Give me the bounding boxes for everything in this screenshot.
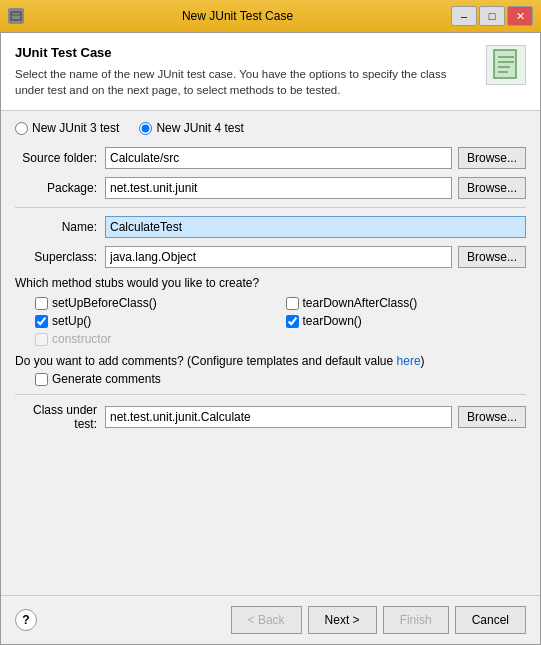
title-bar: New JUnit Test Case – □ ✕ bbox=[0, 0, 541, 32]
cancel-button[interactable]: Cancel bbox=[455, 606, 526, 634]
title-bar-controls: – □ ✕ bbox=[451, 6, 533, 26]
package-browse-button[interactable]: Browse... bbox=[458, 177, 526, 199]
checkbox-tearDown-label: tearDown() bbox=[303, 314, 362, 328]
class-under-test-label: Class under test: bbox=[15, 403, 105, 431]
checkbox-tearDown[interactable]: tearDown() bbox=[286, 314, 527, 328]
checkbox-constructor-input bbox=[35, 333, 48, 346]
separator-1 bbox=[15, 207, 526, 208]
dialog-header: JUnit Test Case Select the name of the n… bbox=[1, 33, 540, 111]
next-button[interactable]: Next > bbox=[308, 606, 377, 634]
comments-label-text: Do you want to add comments? (Configure … bbox=[15, 354, 397, 368]
finish-button[interactable]: Finish bbox=[383, 606, 449, 634]
footer-right: < Back Next > Finish Cancel bbox=[231, 606, 526, 634]
checkbox-tearDownAfterClass[interactable]: tearDownAfterClass() bbox=[286, 296, 527, 310]
package-label: Package: bbox=[15, 181, 105, 195]
checkbox-tearDownAfterClass-input[interactable] bbox=[286, 297, 299, 310]
comments-link[interactable]: here bbox=[397, 354, 421, 368]
checkbox-constructor-label: constructor bbox=[52, 332, 111, 346]
checkbox-setUp-input[interactable] bbox=[35, 315, 48, 328]
superclass-input[interactable] bbox=[105, 246, 452, 268]
title-bar-title: New JUnit Test Case bbox=[24, 9, 451, 23]
dialog-header-icon bbox=[486, 45, 526, 85]
checkbox-setUpBeforeClass-input[interactable] bbox=[35, 297, 48, 310]
name-row: Name: bbox=[15, 216, 526, 238]
class-under-test-input[interactable] bbox=[105, 406, 452, 428]
package-row: Package: Browse... bbox=[15, 177, 526, 199]
help-button[interactable]: ? bbox=[15, 609, 37, 631]
checkbox-tearDownAfterClass-label: tearDownAfterClass() bbox=[303, 296, 418, 310]
radio-row: New JUnit 3 test New JUnit 4 test bbox=[15, 121, 526, 135]
method-stubs-grid: setUpBeforeClass() tearDownAfterClass() … bbox=[35, 296, 526, 346]
svg-rect-0 bbox=[11, 12, 21, 20]
dialog-footer: ? < Back Next > Finish Cancel bbox=[1, 595, 540, 644]
dialog: JUnit Test Case Select the name of the n… bbox=[0, 32, 541, 645]
back-button[interactable]: < Back bbox=[231, 606, 302, 634]
superclass-row: Superclass: Browse... bbox=[15, 246, 526, 268]
dialog-content: New JUnit 3 test New JUnit 4 test Source… bbox=[1, 111, 540, 595]
checkbox-setUp-label: setUp() bbox=[52, 314, 91, 328]
comments-label: Do you want to add comments? (Configure … bbox=[15, 354, 526, 368]
superclass-browse-button[interactable]: Browse... bbox=[458, 246, 526, 268]
generate-comments-row: Generate comments bbox=[35, 372, 526, 386]
radio-junit4[interactable]: New JUnit 4 test bbox=[139, 121, 243, 135]
package-input[interactable] bbox=[105, 177, 452, 199]
class-under-test-browse-button[interactable]: Browse... bbox=[458, 406, 526, 428]
generate-comments-checkbox[interactable] bbox=[35, 373, 48, 386]
comments-label-end: ) bbox=[421, 354, 425, 368]
class-under-test-row: Class under test: Browse... bbox=[15, 403, 526, 431]
dialog-header-title: JUnit Test Case bbox=[15, 45, 476, 60]
source-folder-label: Source folder: bbox=[15, 151, 105, 165]
radio-junit3[interactable]: New JUnit 3 test bbox=[15, 121, 119, 135]
radio-junit4-label: New JUnit 4 test bbox=[156, 121, 243, 135]
source-folder-browse-button[interactable]: Browse... bbox=[458, 147, 526, 169]
title-bar-icon bbox=[8, 8, 24, 24]
name-input[interactable] bbox=[105, 216, 526, 238]
checkbox-constructor[interactable]: constructor bbox=[35, 332, 276, 346]
source-folder-row: Source folder: Browse... bbox=[15, 147, 526, 169]
comments-section: Do you want to add comments? (Configure … bbox=[15, 354, 526, 386]
method-stubs-label: Which method stubs would you like to cre… bbox=[15, 276, 526, 290]
checkbox-setUpBeforeClass[interactable]: setUpBeforeClass() bbox=[35, 296, 276, 310]
name-label: Name: bbox=[15, 220, 105, 234]
generate-comments-label[interactable]: Generate comments bbox=[52, 372, 161, 386]
footer-left: ? bbox=[15, 609, 37, 631]
radio-junit3-label: New JUnit 3 test bbox=[32, 121, 119, 135]
minimize-button[interactable]: – bbox=[451, 6, 477, 26]
radio-junit3-input[interactable] bbox=[15, 122, 28, 135]
checkbox-tearDown-input[interactable] bbox=[286, 315, 299, 328]
method-stubs-section: Which method stubs would you like to cre… bbox=[15, 276, 526, 346]
svg-rect-2 bbox=[494, 50, 516, 78]
dialog-header-text: JUnit Test Case Select the name of the n… bbox=[15, 45, 476, 98]
separator-2 bbox=[15, 394, 526, 395]
checkbox-setUpBeforeClass-label: setUpBeforeClass() bbox=[52, 296, 157, 310]
radio-junit4-input[interactable] bbox=[139, 122, 152, 135]
maximize-button[interactable]: □ bbox=[479, 6, 505, 26]
source-folder-input[interactable] bbox=[105, 147, 452, 169]
dialog-header-desc: Select the name of the new JUnit test ca… bbox=[15, 66, 476, 98]
superclass-label: Superclass: bbox=[15, 250, 105, 264]
close-button[interactable]: ✕ bbox=[507, 6, 533, 26]
checkbox-setUp[interactable]: setUp() bbox=[35, 314, 276, 328]
